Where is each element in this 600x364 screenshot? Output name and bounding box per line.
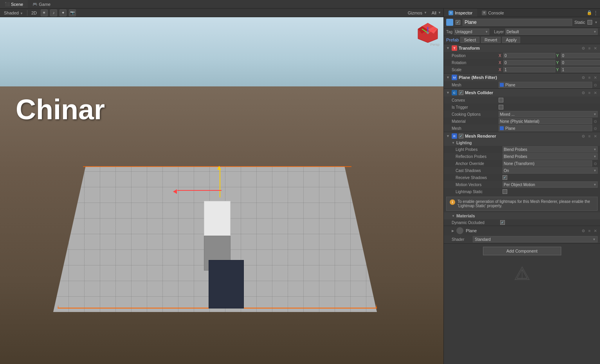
- anchor-override-field[interactable]: None (Transform): [503, 160, 592, 167]
- rotation-y-input[interactable]: [561, 60, 600, 65]
- inspector-menu-icon[interactable]: ⋮: [593, 10, 598, 16]
- object-active-checkbox[interactable]: ✓: [456, 20, 460, 25]
- transform-close-icon[interactable]: ✕: [593, 46, 598, 51]
- gizmos-button[interactable]: Gizmos ▼ All ▼: [408, 11, 441, 15]
- transform-settings-icon[interactable]: ⚙: [581, 46, 586, 51]
- viewport-canvas[interactable]: Chinar: [0, 17, 443, 364]
- mesh-filter-menu-icon[interactable]: ≡: [587, 75, 591, 80]
- mesh-renderer-enabled-checkbox[interactable]: ✓: [459, 134, 463, 138]
- mesh-collider-menu-icons: ⚙ ≡ ✕: [581, 90, 598, 95]
- mesh-collider-header[interactable]: ▼ C ✓ Mesh Collider ⚙ ≡ ✕: [444, 89, 600, 97]
- svg-point-8: [427, 32, 429, 34]
- prefab-apply-button[interactable]: Apply: [502, 37, 520, 43]
- static-dropdown-arrow[interactable]: ▼: [595, 21, 598, 24]
- convex-checkbox[interactable]: [499, 98, 503, 102]
- transform-arrow-icon: ▼: [446, 46, 450, 50]
- scale-y-input[interactable]: [561, 67, 600, 72]
- tab-inspector[interactable]: i Inspector: [444, 9, 477, 17]
- mesh-filter-mesh-target-icon[interactable]: ⊙: [593, 82, 598, 88]
- collider-material-target-icon[interactable]: ⊙: [593, 119, 598, 124]
- material-expand-arrow[interactable]: ▶: [452, 229, 454, 233]
- reflection-probes-row: Reflection Probes Blend Probes ▼: [444, 153, 600, 160]
- nav-cube[interactable]: Persp: [416, 21, 440, 45]
- tag-dropdown[interactable]: Untagged ▼: [454, 29, 489, 35]
- position-x-field: X: [499, 53, 555, 58]
- transform-menu-icon[interactable]: ≡: [587, 46, 591, 51]
- mesh-collider-menu-icon[interactable]: ≡: [587, 90, 591, 95]
- motion-vectors-label: Motion Vectors: [456, 183, 503, 187]
- mesh-renderer-menu-icon[interactable]: ≡: [587, 134, 591, 139]
- mesh-filter-settings-icon[interactable]: ⚙: [581, 75, 586, 80]
- tab-console[interactable]: ≡ Console: [477, 9, 508, 17]
- shading-selector[interactable]: Shaded ▼: [2, 11, 25, 15]
- mesh-filter-mesh-field[interactable]: Plane: [499, 82, 592, 88]
- lightmap-static-checkbox[interactable]: [503, 189, 507, 194]
- is-trigger-label: Is Trigger: [452, 105, 499, 109]
- pos-y-label: Y: [556, 54, 560, 58]
- mesh-filter-header[interactable]: ▼ M Plane (Mesh Filter) ⚙ ≡ ✕: [444, 74, 600, 81]
- receive-shadows-checkbox[interactable]: ✓: [503, 175, 507, 180]
- scale-x-input[interactable]: [503, 67, 555, 72]
- material-close-icon[interactable]: ✕: [593, 228, 598, 233]
- mesh-filter-menu-icons: ⚙ ≡ ✕: [581, 75, 598, 80]
- viewport-toolbar: Shaded ▼ 2D ☀ ♪ ✦ 📷 Gizmos ▼ All ▼: [0, 9, 443, 17]
- mesh-filter-close-icon[interactable]: ✕: [593, 75, 598, 80]
- is-trigger-checkbox[interactable]: [499, 105, 503, 109]
- effects-toggle[interactable]: ✦: [59, 9, 67, 16]
- object-name-input[interactable]: [463, 19, 572, 26]
- mesh-collider-enabled-checkbox[interactable]: ✓: [459, 90, 463, 95]
- static-checkbox[interactable]: [587, 20, 592, 25]
- cooking-options-label: Cooking Options: [452, 112, 499, 117]
- lighting-toggle[interactable]: ☀: [41, 9, 48, 16]
- white-box: [204, 201, 231, 236]
- collider-material-field[interactable]: None (Physic Material): [499, 118, 592, 124]
- 2d-toggle[interactable]: 2D: [30, 11, 38, 15]
- position-x-input[interactable]: [503, 53, 555, 58]
- prefab-label: Prefab: [446, 38, 459, 42]
- layer-dropdown[interactable]: Default ▼: [505, 29, 598, 35]
- lock-icon[interactable]: 🔒: [587, 10, 592, 15]
- cooking-options-dropdown[interactable]: Mixed ... ▼: [499, 111, 598, 117]
- position-xyz: X Y Z: [499, 53, 600, 58]
- tag-layer-row: Tag Untagged ▼ Layer Default ▼: [444, 28, 600, 36]
- gizmo-x-axis: [177, 190, 222, 191]
- anchor-override-target-icon[interactable]: ⊙: [593, 161, 598, 166]
- dark-box: [209, 260, 244, 308]
- mesh-collider-settings-icon[interactable]: ⚙: [581, 90, 586, 95]
- mesh-renderer-close-icon[interactable]: ✕: [593, 134, 598, 139]
- transform-header[interactable]: ▼ T Transform ⚙ ≡ ✕: [444, 44, 600, 52]
- shader-dropdown[interactable]: Standard ▼: [473, 236, 598, 242]
- dynamic-occluded-checkbox[interactable]: ✓: [500, 220, 505, 225]
- prefab-select-button[interactable]: Select: [460, 37, 479, 43]
- persp-label: Persp: [430, 43, 440, 47]
- scene-tab[interactable]: ⬛ Scene: [0, 0, 28, 8]
- mesh-renderer-settings-icon[interactable]: ⚙: [581, 134, 586, 139]
- rotation-x-input[interactable]: [503, 60, 555, 65]
- position-y-input[interactable]: [561, 53, 600, 58]
- collider-material-row: Material None (Physic Material) ⊙: [444, 118, 600, 125]
- toolbar-sep-1: [27, 10, 27, 16]
- material-menu-icon[interactable]: ≡: [587, 228, 591, 233]
- collider-mesh-target-icon[interactable]: ⊙: [593, 126, 598, 131]
- mesh-collider-close-icon[interactable]: ✕: [593, 90, 598, 95]
- lightmap-static-label: Lightmap Static: [456, 190, 503, 194]
- motion-vectors-dropdown[interactable]: Per Object Motion ▼: [503, 181, 598, 188]
- lightmap-info-box: i To enable generation of lightmaps for …: [446, 197, 598, 211]
- lighting-section[interactable]: ▼ Lighting: [444, 140, 600, 146]
- object-header: ✓ Static ▼: [444, 17, 600, 28]
- collider-mesh-field[interactable]: Plane: [499, 125, 592, 131]
- audio-toggle[interactable]: ♪: [50, 9, 57, 16]
- materials-section[interactable]: ▼ Materials: [444, 212, 600, 219]
- reflection-probes-dropdown[interactable]: Blend Probes ▼: [503, 153, 598, 160]
- light-probes-dropdown[interactable]: Blend Probes ▼: [503, 146, 598, 152]
- game-tab[interactable]: 🎮 Game: [28, 0, 55, 8]
- rot-y-label: Y: [556, 61, 560, 65]
- mesh-filter-arrow-icon: ▼: [446, 75, 450, 79]
- scene-camera-btn[interactable]: 📷: [69, 9, 76, 16]
- pos-x-label: X: [499, 54, 503, 58]
- cast-shadows-dropdown[interactable]: On ▼: [503, 167, 598, 174]
- mesh-renderer-header[interactable]: ▼ R ✓ Mesh Renderer ⚙ ≡ ✕: [444, 132, 600, 140]
- material-settings-icon[interactable]: ⚙: [581, 228, 586, 233]
- prefab-revert-button[interactable]: Revert: [481, 37, 501, 43]
- add-component-button[interactable]: Add Component: [483, 247, 561, 255]
